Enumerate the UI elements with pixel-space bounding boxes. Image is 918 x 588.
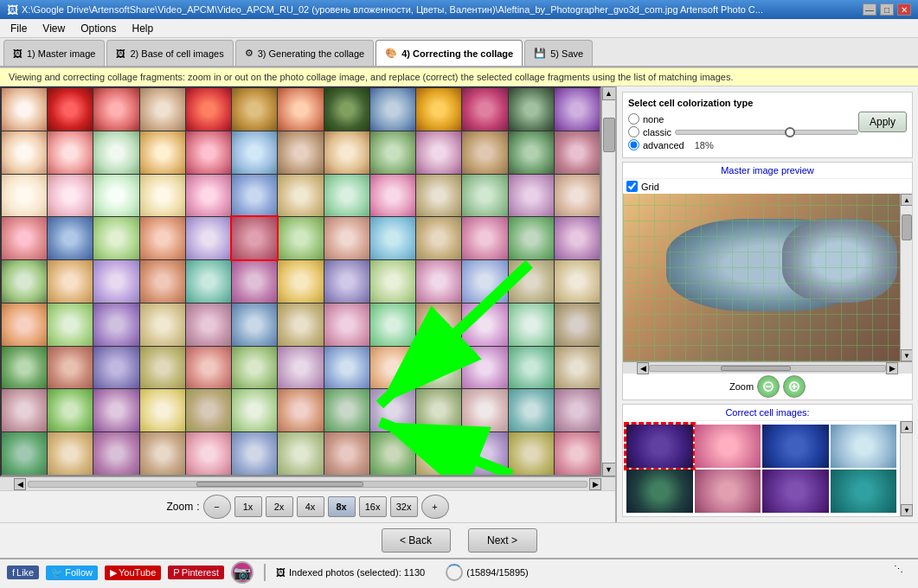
- mosaic-cell[interactable]: [232, 347, 277, 389]
- none-radio[interactable]: [628, 113, 639, 125]
- cell-image-0[interactable]: [626, 425, 693, 468]
- mosaic-cell[interactable]: [555, 217, 600, 259]
- mosaic-cell[interactable]: [186, 304, 231, 346]
- zoom-2x-button[interactable]: 2x: [266, 496, 293, 517]
- preview-image-area[interactable]: ▲ ▼: [623, 194, 912, 361]
- mosaic-cell[interactable]: [232, 260, 277, 303]
- mosaic-cell[interactable]: [93, 260, 138, 303]
- mosaic-cell[interactable]: [324, 217, 369, 259]
- mosaic-cell[interactable]: [232, 389, 277, 431]
- mosaic-cell[interactable]: [509, 217, 554, 259]
- mosaic-cell[interactable]: [324, 175, 369, 217]
- instagram-button[interactable]: 📷: [231, 561, 254, 584]
- classic-slider[interactable]: [675, 130, 858, 135]
- menu-help[interactable]: Help: [125, 21, 161, 36]
- apply-button[interactable]: Apply: [858, 112, 907, 132]
- mosaic-cell[interactable]: [278, 389, 323, 431]
- cell-image-2[interactable]: [762, 425, 829, 468]
- mosaic-cell[interactable]: [186, 260, 231, 303]
- mosaic-cell[interactable]: [48, 432, 93, 475]
- mosaic-cell[interactable]: [93, 432, 138, 475]
- preview-h-thumb[interactable]: [721, 366, 792, 371]
- mosaic-cell[interactable]: [324, 432, 369, 475]
- cell-image-4[interactable]: [626, 470, 693, 513]
- mosaic-cell[interactable]: [509, 175, 554, 217]
- mosaic-cell[interactable]: [278, 88, 323, 131]
- classic-option[interactable]: classic: [628, 126, 858, 137]
- mosaic-cell[interactable]: [462, 260, 507, 303]
- mosaic-cell[interactable]: [416, 304, 461, 346]
- mosaic-cell[interactable]: [416, 347, 461, 389]
- cell-image-7[interactable]: [831, 470, 897, 513]
- mosaic-cell[interactable]: [93, 217, 138, 259]
- mosaic-cell[interactable]: [416, 88, 461, 131]
- mosaic-cell[interactable]: [555, 389, 600, 431]
- resize-handle[interactable]: ⋱: [894, 564, 911, 581]
- mosaic-cell[interactable]: [509, 389, 554, 431]
- mosaic-cell[interactable]: [232, 175, 277, 217]
- preview-scroll-track[interactable]: [901, 206, 912, 349]
- zoom-32x-button[interactable]: 32x: [390, 496, 418, 517]
- mosaic-cell[interactable]: [2, 175, 47, 217]
- minimize-button[interactable]: —: [863, 3, 876, 16]
- cell-images-vscrollbar[interactable]: ▲ ▼: [900, 421, 912, 516]
- mosaic-cell[interactable]: [2, 389, 47, 431]
- mosaic-cell[interactable]: [140, 260, 185, 303]
- mosaic-cell[interactable]: [324, 88, 369, 131]
- collage-horizontal-scrollbar[interactable]: ◀ ▶: [0, 476, 615, 490]
- mosaic-cell[interactable]: [324, 260, 369, 303]
- mosaic-cell[interactable]: [186, 217, 231, 259]
- mosaic-cell[interactable]: [462, 175, 507, 217]
- mosaic-cell[interactable]: [509, 304, 554, 346]
- back-button[interactable]: < Back: [382, 528, 451, 553]
- scroll-thumb[interactable]: [603, 118, 615, 152]
- classic-slider-thumb[interactable]: [785, 127, 795, 137]
- selected-cell[interactable]: [232, 217, 277, 259]
- mosaic-cell[interactable]: [232, 432, 277, 475]
- tab-correct[interactable]: 🎨 4) Correcting the collage: [376, 40, 523, 66]
- mosaic-cell[interactable]: [140, 347, 185, 389]
- mosaic-cell[interactable]: [186, 88, 231, 131]
- mosaic-cell[interactable]: [555, 347, 600, 389]
- cell-scroll-up[interactable]: ▲: [901, 421, 913, 433]
- mosaic-cell[interactable]: [555, 260, 600, 303]
- mosaic-cell[interactable]: [93, 389, 138, 431]
- mosaic-cell[interactable]: [48, 304, 93, 346]
- mosaic-cell[interactable]: [278, 131, 323, 174]
- mosaic-cell[interactable]: [186, 175, 231, 217]
- mosaic-cell[interactable]: [416, 260, 461, 303]
- mosaic-cell[interactable]: [555, 432, 600, 475]
- mosaic-cell[interactable]: [324, 347, 369, 389]
- mosaic-cell[interactable]: [2, 304, 47, 346]
- mosaic-cell[interactable]: [509, 131, 554, 174]
- mosaic-cell[interactable]: [324, 389, 369, 431]
- mosaic-cell[interactable]: [370, 88, 415, 131]
- mosaic-cell[interactable]: [555, 175, 600, 217]
- tab-base[interactable]: 🖼 2) Base of cell images: [106, 40, 233, 66]
- mosaic-cell[interactable]: [370, 217, 415, 259]
- mosaic-cell[interactable]: [140, 175, 185, 217]
- mosaic-cell[interactable]: [416, 131, 461, 174]
- pinterest-button[interactable]: P Pinterest: [168, 566, 224, 579]
- mosaic-cell[interactable]: [48, 175, 93, 217]
- mosaic-cell[interactable]: [48, 131, 93, 174]
- zoom-out-button[interactable]: −: [203, 495, 231, 519]
- mosaic-cell[interactable]: [140, 217, 185, 259]
- collage-vertical-scrollbar[interactable]: ▲ ▼: [601, 86, 615, 476]
- mosaic-cell[interactable]: [462, 347, 507, 389]
- mosaic-cell[interactable]: [462, 389, 507, 431]
- mosaic-cell[interactable]: [93, 131, 138, 174]
- none-option[interactable]: none: [628, 113, 858, 125]
- scroll-track[interactable]: [602, 100, 615, 463]
- mosaic-cell[interactable]: [278, 347, 323, 389]
- menu-view[interactable]: View: [35, 21, 72, 36]
- mosaic-cell[interactable]: [93, 347, 138, 389]
- scroll-up-button[interactable]: ▲: [602, 86, 616, 100]
- facebook-like-button[interactable]: f Like: [7, 566, 39, 579]
- mosaic-cell[interactable]: [324, 131, 369, 174]
- mosaic-cell[interactable]: [278, 432, 323, 475]
- cell-image-3[interactable]: [831, 425, 897, 468]
- mosaic-cell[interactable]: [186, 389, 231, 431]
- mosaic-cell[interactable]: [370, 304, 415, 346]
- mosaic-cell[interactable]: [509, 260, 554, 303]
